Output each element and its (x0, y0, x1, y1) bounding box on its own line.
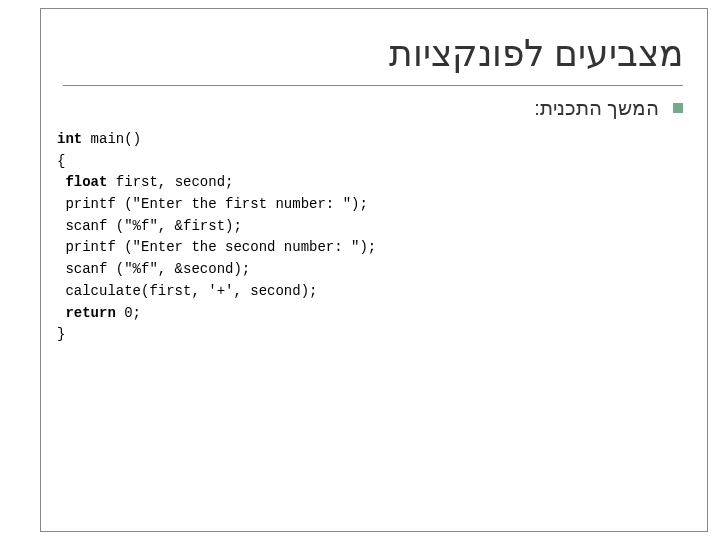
subtitle-line: המשך התכנית: (534, 95, 683, 120)
code-keyword: return (57, 305, 116, 321)
code-text: scanf ("%f", &second); (57, 261, 250, 277)
slide: מצביעים לפונקציות המשך התכנית: int main(… (0, 0, 720, 540)
code-block: int main() { float first, second; printf… (57, 129, 376, 346)
slide-title: מצביעים לפונקציות (63, 25, 683, 86)
code-text: calculate(first, '+', second); (57, 283, 317, 299)
bullet-icon (673, 103, 683, 113)
title-area: מצביעים לפונקציות (63, 25, 683, 86)
code-text: first, second; (107, 174, 233, 190)
code-keyword: int (57, 131, 82, 147)
code-keyword: float (57, 174, 107, 190)
code-text: 0; (116, 305, 141, 321)
code-text: printf ("Enter the second number: "); (57, 239, 376, 255)
content-frame: מצביעים לפונקציות המשך התכנית: int main(… (40, 8, 708, 532)
subtitle-text: המשך התכנית: (534, 97, 659, 119)
code-text: } (57, 326, 65, 342)
code-text: printf ("Enter the first number: "); (57, 196, 368, 212)
code-text: main() (82, 131, 141, 147)
code-text: { (57, 153, 65, 169)
code-text: scanf ("%f", &first); (57, 218, 242, 234)
